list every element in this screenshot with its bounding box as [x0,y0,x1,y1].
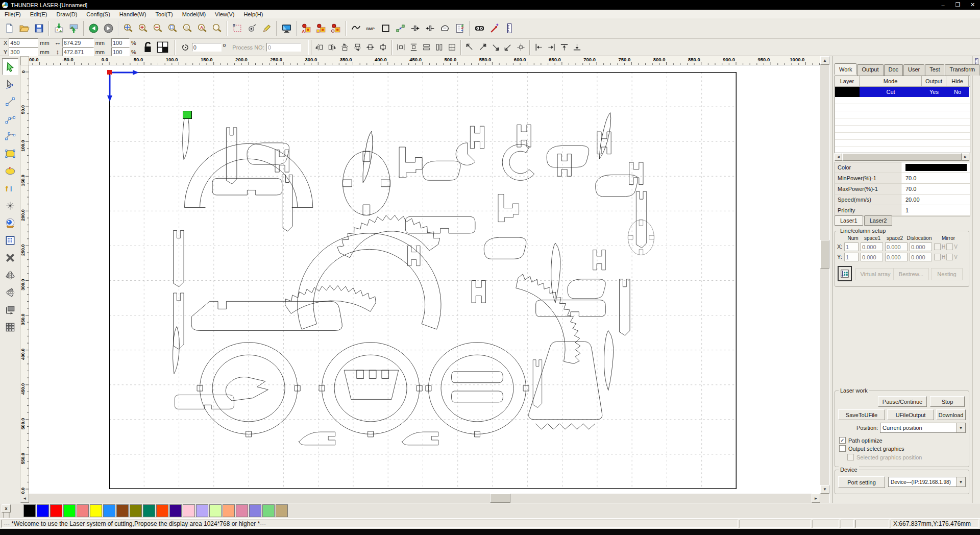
palette-color-2[interactable] [50,504,62,517]
to-bottom-edge-icon[interactable] [571,41,583,54]
palette-color-8[interactable] [130,504,142,517]
width-input[interactable] [62,38,94,47]
param-value[interactable] [901,162,970,173]
tab-doc[interactable]: Doc [884,64,903,76]
kerf-out-icon[interactable] [408,21,423,36]
param-value[interactable]: 20.00 [901,194,970,205]
palette-color-14[interactable] [209,504,222,517]
layer-scroll-right[interactable]: ► [962,153,969,161]
scroll-up-button[interactable]: ▲ [820,56,829,65]
minimize-button[interactable]: – [936,0,950,10]
tab-user[interactable]: User [903,64,924,76]
lc-x-field-2[interactable] [885,242,908,251]
measure-icon[interactable] [502,21,517,36]
menu-draw[interactable]: Draw(D) [52,10,82,18]
tab-laser2[interactable]: Laser2 [864,215,893,226]
space-equal-v-icon[interactable] [407,41,420,54]
layer-hide[interactable]: No [946,87,969,97]
zoom-page-icon[interactable] [165,21,180,36]
tool-polyline[interactable] [2,110,18,127]
palette-color-18[interactable] [262,504,275,517]
height-equal-icon[interactable] [377,41,389,54]
tool-mirror-h[interactable] [2,266,18,283]
export-icon[interactable] [66,21,81,36]
node-edit-icon[interactable] [393,21,408,36]
pause-continue-button[interactable]: Pause/Continue [878,396,927,407]
path-optimize-checkbox[interactable]: ✓ [839,437,846,444]
array-copy-icon[interactable] [314,21,329,36]
lock-ratio-button[interactable] [141,40,155,55]
menu-file[interactable]: File(F) [0,10,26,18]
laser-head-marker[interactable] [183,111,192,119]
tool-line[interactable] [2,93,18,110]
palette-color-0[interactable] [23,504,36,517]
weld-icon[interactable] [437,21,452,36]
zoom-area-icon[interactable] [210,21,225,36]
to-left-edge-icon[interactable] [532,41,545,54]
menu-edit[interactable]: Edit(E) [26,10,52,18]
selected-pos-checkbox[interactable] [847,454,854,460]
array-setup-icon[interactable] [329,21,344,36]
menu-model[interactable]: Model(M) [178,10,210,18]
redo-icon[interactable] [101,21,116,36]
layer-scroll-left[interactable]: ◄ [835,153,842,161]
mirror-v-checkbox[interactable] [946,244,953,250]
position-select[interactable]: Current position▼ [880,423,966,433]
tool-mirror-v[interactable] [2,284,18,301]
lc-x-field-0[interactable] [844,242,859,251]
process-no-input[interactable] [266,43,301,52]
pan-icon[interactable] [121,21,136,36]
param-value[interactable]: 1 [901,205,970,215]
mirror-h-checkbox[interactable] [934,254,941,260]
stop-button[interactable]: Stop [930,396,965,407]
bmp-icon[interactable]: BMP [363,21,378,36]
zoom-in-icon[interactable] [136,21,151,36]
maximize-button[interactable]: ❐ [950,0,965,10]
rotate-icon[interactable] [181,43,190,52]
layer-col-mode[interactable]: Mode [860,76,922,86]
zoom-all-icon[interactable] [180,21,195,36]
tool-point[interactable] [2,197,18,214]
palette-color-10[interactable] [156,504,168,517]
width-equal-icon[interactable] [364,41,377,54]
layer-row[interactable]: CutYesNo [835,87,970,97]
palette-color-1[interactable] [37,504,49,517]
close-button[interactable]: ✕ [965,0,980,10]
param-value[interactable]: 70.0 [901,173,970,183]
palette-color-16[interactable] [236,504,248,517]
param-value[interactable]: 70.0 [901,184,970,194]
save-to-ufile-button[interactable]: SaveToUFile [838,409,885,420]
menu-handle[interactable]: Handle(W) [115,10,151,18]
pen-icon[interactable] [259,21,274,36]
to-top-right-icon[interactable] [476,41,489,54]
rotate-input[interactable] [192,43,222,52]
tab-output[interactable]: Output [857,64,883,76]
color-value-swatch[interactable] [905,164,967,171]
to-bottom-right-icon[interactable] [489,41,502,54]
palette-color-5[interactable] [90,504,102,517]
scale-x-input[interactable] [111,38,130,47]
bestrew-button[interactable]: Bestrew... [893,268,929,280]
ufile-output-button[interactable]: UFileOutput [887,409,934,420]
lc-y-field-2[interactable] [885,253,908,261]
mirror-h-checkbox[interactable] [934,244,941,250]
palette-color-19[interactable] [276,504,288,517]
same-height-icon[interactable] [433,41,446,54]
drawing-canvas[interactable] [29,65,820,494]
flip-top-icon[interactable] [338,41,351,54]
tool-text[interactable]: fI [2,180,18,197]
tab-work[interactable]: Work [835,63,856,75]
array-mode-button[interactable] [838,266,852,281]
lc-x-field-3[interactable] [910,242,932,251]
palette-color-3[interactable] [63,504,76,517]
tool-origin[interactable] [2,301,18,318]
layer-col-output[interactable]: Output [922,76,946,86]
to-center-icon[interactable] [514,41,527,54]
tool-grid[interactable] [2,232,18,249]
vscroll-thumb[interactable] [820,240,829,269]
tool-rectangle[interactable] [2,145,18,162]
anchor-point-button[interactable] [156,40,169,55]
menu-help[interactable]: Help(H) [239,10,267,18]
cut-list-icon[interactable] [452,21,467,36]
lc-y-field-0[interactable] [844,253,859,261]
